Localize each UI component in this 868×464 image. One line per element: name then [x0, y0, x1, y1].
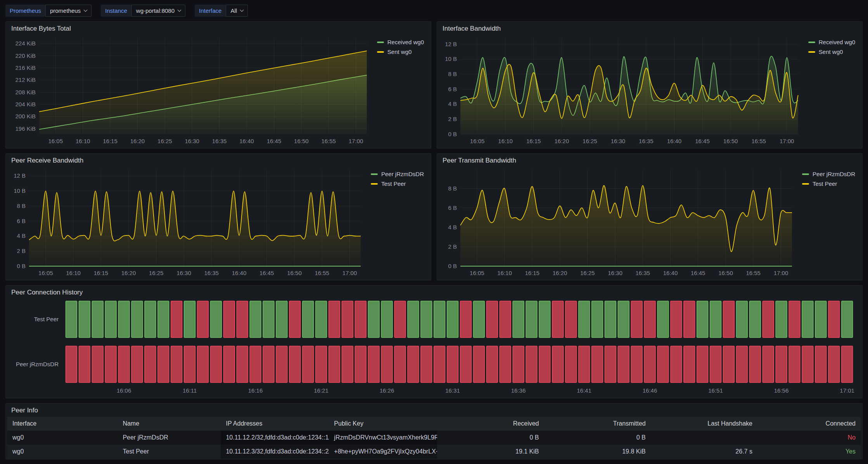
- status-bar-disconnected[interactable]: [579, 346, 590, 383]
- interface-dropdown[interactable]: All: [226, 5, 248, 17]
- status-bar-connected[interactable]: [145, 301, 156, 338]
- status-bar-disconnected[interactable]: [684, 301, 695, 338]
- status-bar-disconnected[interactable]: [500, 346, 511, 383]
- status-bar-disconnected[interactable]: [671, 346, 682, 383]
- status-bar-disconnected[interactable]: [394, 346, 406, 383]
- status-bar-connected[interactable]: [118, 301, 130, 338]
- status-bar-disconnected[interactable]: [644, 346, 655, 383]
- status-bar-connected[interactable]: [131, 301, 143, 338]
- status-bar-connected[interactable]: [579, 301, 590, 338]
- status-bar-disconnected[interactable]: [421, 346, 432, 383]
- status-bar-disconnected[interactable]: [736, 346, 747, 383]
- status-bar-disconnected[interactable]: [329, 301, 340, 338]
- status-bar-disconnected[interactable]: [368, 346, 379, 383]
- status-bar-disconnected[interactable]: [828, 301, 840, 338]
- status-bar-disconnected[interactable]: [66, 346, 77, 383]
- panel-title[interactable]: Peer Transmit Bandwidth: [437, 154, 862, 165]
- status-bar-disconnected[interactable]: [184, 346, 195, 383]
- legend-item-test-peer[interactable]: Test Peer: [371, 180, 424, 187]
- status-bar-disconnected[interactable]: [342, 346, 353, 383]
- status-bar-disconnected[interactable]: [657, 346, 669, 383]
- status-bar-connected[interactable]: [842, 301, 853, 338]
- status-bar-disconnected[interactable]: [197, 301, 209, 338]
- status-bar-connected[interactable]: [657, 301, 669, 338]
- legend-item-received-wg0[interactable]: Received wg0: [377, 39, 424, 45]
- legend-item-received-wg0[interactable]: Received wg0: [808, 39, 855, 45]
- status-bar-connected[interactable]: [749, 301, 761, 338]
- status-bar-disconnected[interactable]: [776, 346, 787, 383]
- status-bar-disconnected[interactable]: [697, 346, 708, 383]
- status-bar-disconnected[interactable]: [789, 346, 800, 383]
- status-bar-connected[interactable]: [618, 301, 629, 338]
- status-bar-disconnected[interactable]: [447, 346, 458, 383]
- peer-transmit-bandwidth-chart[interactable]: 0 B2 B4 B6 B8 B16:0516:1016:1516:2016:25…: [441, 165, 796, 279]
- status-bar-disconnected[interactable]: [250, 346, 261, 383]
- panel-title[interactable]: Interface Bytes Total: [6, 22, 431, 33]
- status-bar-disconnected[interactable]: [237, 346, 248, 383]
- peer-connection-history-chart[interactable]: Test PeerPeer jRzmDsDR16:0616:1116:1616:…: [10, 297, 858, 396]
- status-bar-disconnected[interactable]: [131, 346, 143, 383]
- status-bar-connected[interactable]: [776, 301, 787, 338]
- column-header-name[interactable]: Name: [118, 417, 221, 431]
- status-bar-disconnected[interactable]: [460, 346, 472, 383]
- status-bar-disconnected[interactable]: [92, 346, 103, 383]
- status-bar-disconnected[interactable]: [158, 346, 169, 383]
- status-bar-disconnected[interactable]: [592, 346, 603, 383]
- status-bar-disconnected[interactable]: [105, 346, 116, 383]
- legend-item-sent-wg0[interactable]: Sent wg0: [808, 48, 855, 55]
- status-bar-disconnected[interactable]: [723, 301, 735, 338]
- status-bar-disconnected[interactable]: [394, 301, 406, 338]
- column-header-ip-addresses[interactable]: IP Addresses: [221, 417, 329, 431]
- interface-bandwidth-chart[interactable]: 0 B2 B4 B6 B8 B10 B12 B16:0516:1016:1516…: [441, 33, 802, 147]
- interface-bytes-total-chart[interactable]: 196 KiB200 KiB204 KiB208 KiB212 KiB216 K…: [10, 33, 371, 147]
- status-bar-connected[interactable]: [592, 301, 603, 338]
- status-bar-connected[interactable]: [513, 301, 524, 338]
- status-bar-disconnected[interactable]: [342, 301, 353, 338]
- status-bar-disconnected[interactable]: [197, 346, 209, 383]
- status-bar-connected[interactable]: [421, 301, 432, 338]
- status-bar-disconnected[interactable]: [289, 301, 301, 338]
- panel-title[interactable]: Peer Receive Bandwidth: [6, 154, 431, 165]
- status-bar-connected[interactable]: [92, 301, 103, 338]
- status-bar-disconnected[interactable]: [552, 346, 564, 383]
- status-bar-disconnected[interactable]: [355, 301, 366, 338]
- status-bar-connected[interactable]: [408, 301, 419, 338]
- status-bar-connected[interactable]: [210, 301, 221, 338]
- column-header-connected[interactable]: Connected: [757, 417, 861, 431]
- column-header-interface[interactable]: Interface: [7, 417, 118, 431]
- column-header-received[interactable]: Received: [437, 417, 544, 431]
- panel-title[interactable]: Peer Info: [6, 403, 862, 415]
- status-bar-disconnected[interactable]: [118, 346, 130, 383]
- status-bar-disconnected[interactable]: [526, 346, 537, 383]
- status-bar-disconnected[interactable]: [223, 301, 235, 338]
- column-header-last-handshake[interactable]: Last Handshake: [651, 417, 757, 431]
- instance-label[interactable]: Instance: [101, 5, 131, 17]
- status-bar-disconnected[interactable]: [145, 346, 156, 383]
- status-bar-disconnected[interactable]: [828, 346, 840, 383]
- status-bar-disconnected[interactable]: [631, 346, 642, 383]
- interface-label[interactable]: Interface: [195, 5, 226, 17]
- status-bar-disconnected[interactable]: [473, 346, 484, 383]
- status-bar-disconnected[interactable]: [171, 301, 182, 338]
- status-bar-disconnected[interactable]: [460, 301, 472, 338]
- status-bar-disconnected[interactable]: [815, 346, 827, 383]
- status-bar-connected[interactable]: [66, 301, 77, 338]
- status-bar-connected[interactable]: [802, 301, 813, 338]
- status-bar-disconnected[interactable]: [237, 301, 248, 338]
- status-bar-connected[interactable]: [276, 301, 287, 338]
- legend-item-sent-wg0[interactable]: Sent wg0: [377, 48, 424, 55]
- status-bar-connected[interactable]: [263, 301, 274, 338]
- status-bar-disconnected[interactable]: [486, 301, 498, 338]
- status-bar-connected[interactable]: [434, 301, 445, 338]
- status-bar-disconnected[interactable]: [500, 301, 511, 338]
- status-bar-connected[interactable]: [736, 301, 747, 338]
- status-bar-disconnected[interactable]: [303, 346, 314, 383]
- legend-item-test-peer[interactable]: Test Peer: [802, 180, 855, 187]
- status-bar-connected[interactable]: [303, 301, 314, 338]
- status-bar-disconnected[interactable]: [565, 346, 577, 383]
- status-bar-disconnected[interactable]: [684, 346, 695, 383]
- status-bar-connected[interactable]: [158, 301, 169, 338]
- legend-item-peer-jrzmdsdr[interactable]: Peer jRzmDsDR: [371, 171, 424, 177]
- status-bar-connected[interactable]: [526, 301, 537, 338]
- peer-receive-bandwidth-chart[interactable]: 0 B2 B4 B6 B8 B10 B12 B16:0516:1016:1516…: [10, 165, 365, 279]
